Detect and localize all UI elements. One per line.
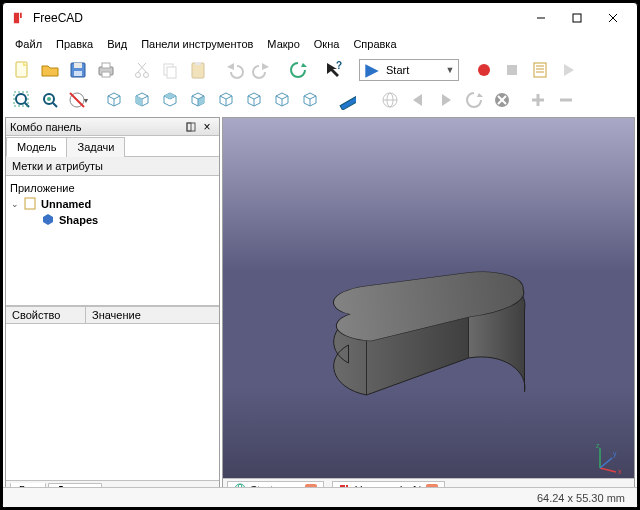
property-view: Свойство Значение (6, 306, 219, 480)
view-rear-button[interactable] (213, 87, 239, 113)
tab-tasks[interactable]: Задачи (66, 137, 125, 157)
svg-marker-24 (301, 63, 307, 67)
view-left-button[interactable] (269, 87, 295, 113)
svg-rect-1 (20, 13, 22, 18)
svg-rect-21 (195, 62, 201, 65)
3d-viewport[interactable]: x z y Start page × Unnamed : 1* × (222, 117, 635, 501)
panel-float-button[interactable] (183, 119, 199, 135)
svg-rect-12 (102, 63, 110, 68)
nav-refresh-button[interactable] (461, 87, 487, 113)
cut-button[interactable] (129, 57, 155, 83)
macro-list-button[interactable] (527, 57, 553, 83)
nav-stop-button[interactable] (489, 87, 515, 113)
svg-marker-48 (442, 94, 451, 106)
maximize-button[interactable] (559, 5, 595, 31)
model-tree[interactable]: Приложение ⌄ Unnamed Shapes (6, 176, 219, 306)
nav-back-button[interactable] (405, 87, 431, 113)
svg-rect-43 (340, 97, 356, 110)
svg-line-39 (53, 103, 57, 107)
macro-run-button[interactable] (555, 57, 581, 83)
svg-text:z: z (596, 442, 600, 449)
nav-forward-button[interactable] (433, 87, 459, 113)
dropdown-arrow-icon: ▼ (444, 65, 458, 75)
nav-link-button[interactable] (377, 87, 403, 113)
view-front-button[interactable] (129, 87, 155, 113)
measure-button[interactable] (333, 87, 359, 113)
svg-rect-0 (14, 13, 19, 24)
panel-close-button[interactable]: × (199, 119, 215, 135)
svg-rect-29 (507, 65, 517, 75)
svg-rect-3 (573, 14, 581, 22)
print-button[interactable] (93, 57, 119, 83)
svg-marker-47 (413, 94, 422, 106)
svg-line-61 (600, 468, 616, 472)
menu-view[interactable]: Вид (101, 36, 133, 52)
workbench-selector[interactable]: Start ▼ (359, 59, 459, 81)
status-bar: 64.24 x 55.30 mm (3, 487, 637, 507)
view-iso-button[interactable] (101, 87, 127, 113)
view-bottom-button[interactable] (241, 87, 267, 113)
zoom-out-button[interactable] (553, 87, 579, 113)
svg-rect-10 (74, 71, 82, 76)
macro-stop-button[interactable] (499, 57, 525, 83)
fit-selection-button[interactable] (37, 87, 63, 113)
property-value-column[interactable]: Значение (86, 307, 219, 323)
start-workbench-icon (362, 61, 380, 79)
toolbar-view: ▼ (3, 85, 637, 115)
workbench-name: Start (382, 64, 444, 76)
menu-file[interactable]: Файл (9, 36, 48, 52)
view-top-button[interactable] (157, 87, 183, 113)
svg-text:y: y (613, 450, 617, 458)
mesh-icon (42, 213, 55, 228)
macro-record-button[interactable] (471, 57, 497, 83)
menu-windows[interactable]: Окна (308, 36, 346, 52)
status-dimensions: 64.24 x 55.30 mm (537, 492, 625, 504)
window-title: FreeCAD (33, 11, 523, 25)
svg-text:x: x (618, 468, 622, 474)
document-icon (24, 197, 37, 212)
whatsthis-button[interactable]: ? (321, 57, 347, 83)
redo-button[interactable] (249, 57, 275, 83)
close-button[interactable] (595, 5, 631, 31)
menu-edit[interactable]: Правка (50, 36, 99, 52)
menu-help[interactable]: Справка (347, 36, 402, 52)
copy-button[interactable] (157, 57, 183, 83)
combo-panel-title: Комбо панель (10, 121, 183, 133)
svg-marker-49 (477, 93, 483, 97)
open-button[interactable] (37, 57, 63, 83)
svg-point-40 (47, 97, 51, 101)
svg-marker-27 (365, 64, 378, 77)
svg-rect-13 (102, 72, 110, 77)
property-name-column[interactable]: Свойство (6, 307, 86, 323)
svg-rect-57 (187, 123, 191, 131)
svg-rect-9 (74, 63, 82, 68)
tab-model[interactable]: Модель (6, 137, 67, 157)
tree-root: Приложение (10, 180, 215, 196)
svg-point-28 (478, 64, 490, 76)
svg-rect-19 (167, 67, 176, 78)
svg-rect-20 (192, 63, 204, 78)
fit-all-button[interactable] (9, 87, 35, 113)
undo-button[interactable] (221, 57, 247, 83)
expand-icon[interactable]: ⌄ (10, 199, 20, 209)
view-axo-button[interactable] (297, 87, 323, 113)
svg-point-15 (144, 73, 149, 78)
refresh-button[interactable] (285, 57, 311, 83)
menu-macro[interactable]: Макро (261, 36, 305, 52)
zoom-in-button[interactable] (525, 87, 551, 113)
svg-rect-30 (534, 63, 546, 77)
new-button[interactable] (9, 57, 35, 83)
menu-bar: Файл Правка Вид Панели инструментов Макр… (3, 33, 637, 55)
tree-document: ⌄ Unnamed (10, 196, 215, 212)
menu-toolbars[interactable]: Панели инструментов (135, 36, 259, 52)
view-right-button[interactable] (185, 87, 211, 113)
svg-marker-22 (227, 63, 234, 70)
minimize-button[interactable] (523, 5, 559, 31)
svg-point-14 (136, 73, 141, 78)
svg-line-63 (600, 458, 612, 468)
draw-style-button[interactable]: ▼ (65, 87, 91, 113)
save-button[interactable] (65, 57, 91, 83)
svg-marker-23 (262, 63, 269, 70)
svg-rect-6 (16, 62, 27, 77)
paste-button[interactable] (185, 57, 211, 83)
